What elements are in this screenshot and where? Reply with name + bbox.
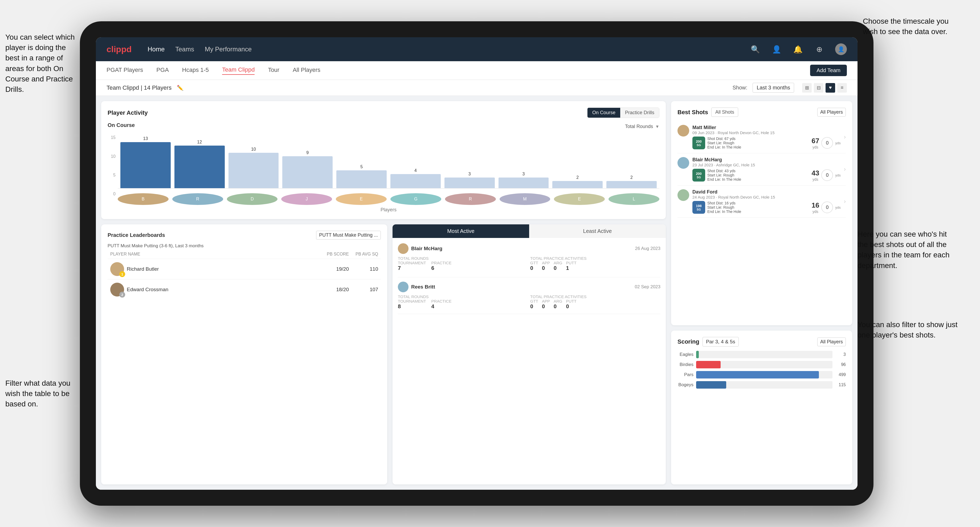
- tournament-2: 8: [398, 303, 426, 310]
- chart-area: 15 10 5 0 13 12 10 9: [108, 135, 659, 213]
- scoring-par-dropdown[interactable]: Par 3, 4 & 5s: [703, 337, 739, 346]
- birdies-bar-container: [696, 361, 832, 368]
- period-dropdown[interactable]: Last 3 months: [752, 83, 794, 93]
- yds-label-1: yds: [835, 141, 840, 145]
- bar-value-8: 2: [576, 175, 579, 180]
- avatar[interactable]: 👤: [835, 43, 847, 55]
- scoring-players-dropdown[interactable]: All Players: [817, 338, 846, 346]
- app-2: 0: [542, 303, 550, 310]
- chevron-right-3[interactable]: ›: [844, 198, 846, 205]
- shot-name-1: Matt Miller: [692, 125, 841, 130]
- pb-score-1: 19/20: [322, 266, 349, 272]
- chart-dropdown-arrow[interactable]: ▼: [655, 124, 659, 129]
- top-nav: clippd Home Teams My Performance 🔍 👤 🔔 ⊕…: [96, 37, 858, 61]
- pb-avg-1: 110: [352, 266, 378, 272]
- add-icon[interactable]: ⊕: [814, 44, 824, 55]
- bar-group-2: 10: [229, 147, 279, 188]
- bar-value-0: 13: [143, 136, 148, 141]
- nav-home[interactable]: Home: [148, 46, 165, 53]
- player-avatar-3: J: [281, 193, 332, 205]
- bar-4: [336, 170, 387, 188]
- bar-3: [282, 156, 332, 188]
- bar-group-0: 13: [120, 136, 171, 188]
- shot-badge-3: 198SG: [692, 201, 705, 214]
- tab-all-players[interactable]: All Players: [293, 67, 320, 75]
- shot-yards-2: 43 yds: [812, 169, 819, 181]
- menu-view-icon[interactable]: ≡: [837, 83, 847, 93]
- tablet-frame: clippd Home Teams My Performance 🔍 👤 🔔 ⊕…: [80, 21, 873, 506]
- list-view-icon[interactable]: ⊟: [814, 83, 823, 93]
- nav-teams[interactable]: Teams: [175, 46, 194, 53]
- scoring-bogeys-row: Bogeys 115: [678, 381, 846, 389]
- add-team-button[interactable]: Add Team: [810, 65, 847, 76]
- tab-tour[interactable]: Tour: [268, 67, 279, 75]
- y-label-10: 10: [108, 154, 116, 159]
- tab-pgat[interactable]: PGAT Players: [107, 67, 143, 75]
- bar-value-1: 12: [197, 140, 202, 144]
- eagles-label: Eagles: [678, 352, 694, 357]
- bell-icon[interactable]: 🔔: [792, 44, 803, 55]
- leaderboard-dropdown[interactable]: PUTT Must Make Putting ...: [316, 231, 381, 240]
- chevron-right-1[interactable]: ›: [844, 133, 846, 141]
- activity-header-2: Rees Britt 02 Sep 2023: [398, 282, 660, 292]
- on-course-label: On Course: [108, 122, 135, 128]
- bar-value-3: 9: [306, 151, 309, 155]
- bogeys-label: Bogeys: [678, 382, 694, 387]
- shot-card-3: David Ford 24 Aug 2023 · Royal North Dev…: [678, 186, 846, 218]
- shot-zero-3: 0: [821, 202, 833, 213]
- shot-meta-3: 24 Aug 2023 · Royal North Devon GC, Hole…: [692, 195, 841, 199]
- player-name-1: Richard Butler: [127, 266, 320, 272]
- most-active-tabs: Most Active Least Active: [393, 224, 666, 238]
- search-icon[interactable]: 🔍: [750, 44, 760, 55]
- birdies-label: Birdies: [678, 362, 694, 367]
- bar-group-9: 2: [606, 175, 657, 188]
- y-label-5: 5: [108, 173, 116, 178]
- birdies-bar: [696, 361, 721, 368]
- rank-avatar-2: 2: [110, 283, 124, 297]
- rank-avatar-1: 1: [110, 262, 124, 276]
- chevron-right-2[interactable]: ›: [844, 166, 846, 173]
- bar-value-9: 2: [630, 175, 633, 180]
- practice-drills-btn[interactable]: Practice Drills: [620, 108, 659, 117]
- least-active-tab[interactable]: Least Active: [529, 224, 666, 238]
- leaderboard-row-2: 2 Edward Crossman 18/20 107: [108, 279, 381, 300]
- all-shots-tab[interactable]: All Shots: [711, 108, 738, 117]
- putt-2: 0: [566, 303, 577, 310]
- left-column: Player Activity On Course Practice Drill…: [101, 101, 666, 484]
- grid-view-icon[interactable]: ⊞: [802, 83, 812, 93]
- shot-card-2: Blair McHarg 23 Jul 2023 · Ashridge GC, …: [678, 153, 846, 186]
- activity-avatar-2: [398, 282, 409, 292]
- annotation-top-right: Choose the timescale you wish to see the…: [863, 16, 953, 37]
- user-icon[interactable]: 👤: [771, 44, 782, 55]
- team-header: Team Clippd | 14 Players ✏️ Show: Last 3…: [96, 80, 858, 96]
- card-header: Player Activity On Course Practice Drill…: [108, 108, 659, 118]
- most-active-tab[interactable]: Most Active: [393, 224, 529, 238]
- heart-view-icon[interactable]: ♥: [826, 83, 835, 93]
- scoring-birdies-row: Birdies 96: [678, 361, 846, 368]
- rank-badge-1: 1: [119, 271, 125, 277]
- bar-group-4: 5: [336, 165, 387, 188]
- leaderboard-header: Practice Leaderboards PUTT Must Make Put…: [108, 231, 381, 240]
- on-course-btn[interactable]: On Course: [587, 108, 620, 117]
- shot-info-3: David Ford 24 Aug 2023 · Royal North Dev…: [692, 189, 841, 214]
- activity-row-1: Blair McHarg 26 Aug 2023 Total Rounds To…: [398, 243, 660, 277]
- activity-header-1: Blair McHarg 26 Aug 2023: [398, 243, 660, 254]
- annotation-right-mid: Here you can see who's hit the best shot…: [858, 229, 959, 271]
- bogeys-value: 115: [835, 383, 846, 387]
- shot-details-2: 200SG Shot Dist: 43 yds Start Lie: Rough…: [692, 169, 841, 181]
- col-pb-score: PB SCORE: [322, 252, 349, 257]
- rank-badge-2: 2: [119, 292, 125, 298]
- player-avatar-1: R: [172, 193, 223, 205]
- player-avatar-5: G: [390, 193, 441, 205]
- tab-team-clippd[interactable]: Team Clippd: [222, 66, 255, 75]
- pars-value: 499: [835, 372, 846, 377]
- bar-value-6: 3: [468, 171, 471, 176]
- bar-5: [390, 174, 441, 188]
- edit-icon[interactable]: ✏️: [177, 85, 183, 91]
- tab-pga[interactable]: PGA: [156, 67, 169, 75]
- practice-2: 4: [431, 303, 452, 310]
- nav-performance[interactable]: My Performance: [205, 46, 252, 53]
- tab-hcaps[interactable]: Hcaps 1-5: [182, 67, 209, 75]
- all-players-dropdown[interactable]: All Players: [817, 108, 846, 117]
- best-shots-card: Best Shots All Shots All Players Matt Mi…: [671, 101, 852, 325]
